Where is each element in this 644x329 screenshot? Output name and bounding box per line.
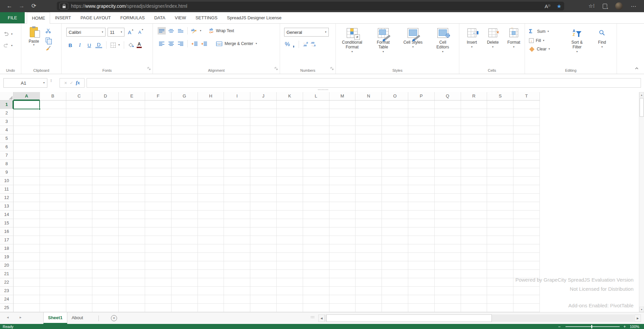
row-header-11[interactable]: 11 — [0, 185, 14, 194]
column-header-A[interactable]: A — [14, 92, 40, 100]
name-box[interactable]: A1 ▾ — [3, 78, 47, 88]
column-header-J[interactable]: J — [250, 92, 277, 100]
zoom-out-icon[interactable]: − — [558, 324, 561, 329]
row-header-14[interactable]: 14 — [0, 211, 14, 219]
fill-color-icon[interactable] — [128, 43, 134, 48]
font-color-icon[interactable]: A — [137, 42, 142, 48]
sheet-next-icon[interactable]: ▸ — [20, 315, 22, 320]
row-header-24[interactable]: 24 — [0, 295, 14, 304]
row-header-4[interactable]: 4 — [0, 126, 14, 134]
conditional-format-button[interactable]: ≠ Conditional Format ▾ — [336, 24, 368, 74]
column-header-E[interactable]: E — [119, 92, 145, 100]
column-header-K[interactable]: K — [277, 92, 303, 100]
confirm-entry-icon[interactable]: ✓ — [70, 81, 73, 85]
row-header-21[interactable]: 21 — [0, 270, 14, 278]
fill-handle[interactable] — [39, 108, 41, 110]
row-header-15[interactable]: 15 — [0, 219, 14, 227]
row-header-16[interactable]: 16 — [0, 227, 14, 236]
scroll-up-icon[interactable]: ▲ — [639, 92, 644, 97]
column-header-C[interactable]: C — [66, 92, 93, 100]
grid-cells[interactable] — [14, 101, 540, 312]
sheet-tab-about[interactable]: About — [67, 312, 88, 324]
borders-icon[interactable] — [111, 43, 116, 48]
borders-dropdown-icon[interactable]: ▾ — [118, 44, 120, 46]
zoom-slider-thumb[interactable] — [591, 325, 592, 328]
site-info-lock-icon[interactable] — [60, 3, 68, 9]
favorites-list-icon[interactable]: ☆⁝ — [589, 3, 595, 9]
column-header-N[interactable]: N — [355, 92, 382, 100]
column-header-R[interactable]: R — [461, 92, 487, 100]
delete-cells-button[interactable]: × Delete ▾ — [482, 24, 503, 74]
ribbon-tab-formulas[interactable]: FORMULAS — [116, 12, 150, 23]
scroll-down-icon[interactable]: ▼ — [639, 307, 644, 312]
increase-indent-icon[interactable] — [200, 40, 208, 47]
select-all-corner[interactable] — [0, 92, 14, 101]
cut-icon[interactable] — [46, 28, 51, 35]
column-header-L[interactable]: L — [303, 92, 329, 100]
column-header-S[interactable]: S — [487, 92, 513, 100]
sum-button[interactable]: Σ Sum ▾ — [529, 28, 563, 35]
zoom-slider[interactable] — [566, 326, 620, 327]
row-header-13[interactable]: 13 — [0, 202, 14, 211]
name-box-menu-icon[interactable]: ⁝ — [50, 79, 52, 82]
row-header-22[interactable]: 22 — [0, 278, 14, 287]
tab-strip-resize-handle[interactable] — [311, 316, 314, 318]
align-top-button[interactable] — [158, 27, 166, 35]
profile-avatar[interactable] — [615, 2, 623, 10]
column-header-P[interactable]: P — [408, 92, 435, 100]
row-header-9[interactable]: 9 — [0, 168, 14, 177]
align-bottom-button[interactable] — [177, 27, 185, 35]
collections-icon[interactable] — [603, 4, 607, 9]
back-icon[interactable]: ← — [3, 0, 16, 12]
vertical-scrollbar-thumb[interactable] — [640, 98, 644, 117]
cell-editors-button[interactable]: Cell Editors ▾ — [428, 24, 458, 74]
ribbon-tab-home[interactable]: HOME — [27, 12, 50, 24]
redo-dropdown-icon[interactable]: ▾ — [11, 44, 13, 47]
column-header-M[interactable]: M — [329, 92, 356, 100]
undo-icon[interactable] — [3, 31, 9, 37]
percent-style-button[interactable]: % — [285, 41, 290, 48]
row-header-12[interactable]: 12 — [0, 194, 14, 202]
merge-center-button[interactable]: Merge & Center ▾ — [216, 41, 257, 46]
format-painter-icon[interactable] — [46, 45, 51, 52]
insert-cells-button[interactable]: ←▮ Insert ▾ — [461, 24, 482, 74]
fill-dropdown-icon[interactable]: ▾ — [543, 39, 544, 42]
row-header-2[interactable]: 2 — [0, 109, 14, 117]
decrease-decimal-icon[interactable]: ←.0.00 — [303, 42, 308, 47]
double-underline-button[interactable]: D — [95, 42, 102, 48]
align-middle-button[interactable] — [167, 27, 175, 35]
font-size-select[interactable]: 11▾ — [108, 28, 124, 37]
name-box-dropdown-icon[interactable]: ▾ — [43, 82, 45, 84]
read-aloud-icon[interactable]: A)) — [545, 3, 550, 9]
row-header-6[interactable]: 6 — [0, 143, 14, 151]
sort-filter-button[interactable]: AZ Sort & Filter ▾ — [563, 24, 591, 74]
browser-menu-icon[interactable]: ⋯ — [631, 3, 637, 9]
sheet-tab-sheet1[interactable]: Sheet1 — [43, 312, 67, 324]
undo-dropdown-icon[interactable]: ▾ — [11, 33, 13, 36]
scroll-right-icon[interactable]: ▶ — [635, 314, 641, 322]
column-header-F[interactable]: F — [145, 92, 171, 100]
refresh-icon[interactable]: ⟳ — [28, 0, 40, 12]
add-sheet-icon[interactable]: + — [111, 315, 117, 321]
decrease-font-icon[interactable]: A▾ — [137, 28, 145, 36]
column-header-B[interactable]: B — [40, 92, 66, 100]
collapse-ribbon-icon[interactable] — [635, 65, 639, 71]
cell-styles-button[interactable]: Cell Styles ▾ — [398, 24, 428, 74]
format-table-button[interactable]: Format Table ▾ — [368, 24, 398, 74]
column-header-Q[interactable]: Q — [435, 92, 461, 100]
ribbon-tab-data[interactable]: DATA — [150, 12, 170, 23]
ribbon-tab-page-layout[interactable]: PAGE LAYOUT — [76, 12, 116, 23]
clear-dropdown-icon[interactable]: ▾ — [549, 48, 550, 50]
column-header-T[interactable]: T — [513, 92, 540, 100]
formula-input[interactable] — [87, 78, 641, 88]
find-button[interactable]: Find ▾ — [591, 24, 613, 74]
row-header-23[interactable]: 23 — [0, 287, 14, 295]
increase-font-icon[interactable]: A▴ — [127, 28, 135, 36]
italic-button[interactable]: I — [76, 42, 83, 48]
align-center-button[interactable] — [167, 40, 175, 47]
ribbon-tab-insert[interactable]: INSERT — [50, 12, 75, 23]
bold-button[interactable]: B — [67, 42, 74, 48]
column-header-G[interactable]: G — [171, 92, 198, 100]
clear-button[interactable]: Clear ▾ — [529, 47, 563, 51]
formula-bar-resize-handle[interactable] — [313, 89, 333, 91]
